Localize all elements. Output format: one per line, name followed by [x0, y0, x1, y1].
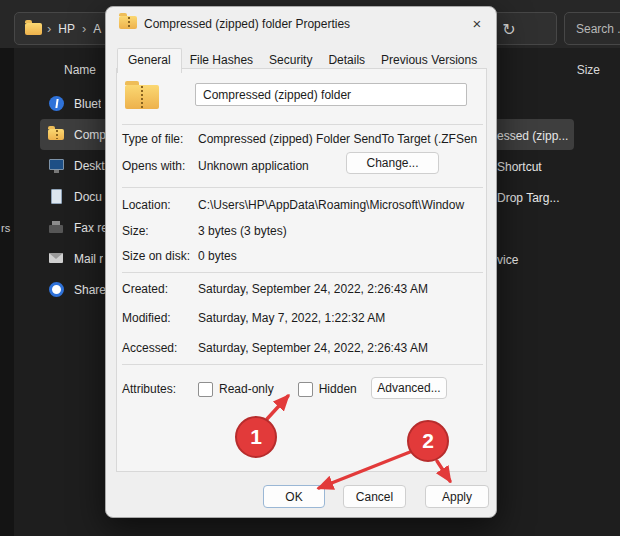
row-text-fragment: vice [497, 253, 518, 267]
change-button[interactable]: Change... [346, 152, 439, 174]
row-text-fragment: Drop Targ... [497, 191, 559, 205]
file-row-label: Bluet [74, 97, 101, 111]
search-box[interactable]: Search ... [564, 12, 620, 45]
column-header-size[interactable]: Size [577, 63, 600, 77]
search-placeholder: Search ... [576, 22, 620, 36]
attributes-label: Attributes: [122, 382, 198, 396]
file-row-label: Deskt [74, 159, 105, 173]
file-row-label: Comp [74, 128, 106, 142]
zipped-folder-icon [119, 16, 137, 29]
created-label: Created: [122, 282, 198, 296]
divider [122, 187, 483, 188]
general-tab-page: Type of file: Compressed (zipped) Folder… [116, 68, 487, 472]
read-only-label: Read-only [219, 382, 274, 396]
size-on-disk-label: Size on disk: [122, 249, 198, 263]
file-row-label: Fax re [74, 221, 108, 235]
tab-details[interactable]: Details [320, 50, 373, 72]
divider [122, 364, 483, 365]
size-value: 3 bytes (3 bytes) [198, 224, 480, 238]
location-value: C:\Users\HP\AppData\Roaming\Microsoft\Wi… [198, 198, 480, 212]
tab-general[interactable]: General [117, 48, 182, 73]
nav-pane-edge: rs [0, 48, 14, 536]
hidden-label: Hidden [319, 382, 357, 396]
document-icon [48, 188, 65, 205]
location-label: Location: [122, 198, 198, 212]
properties-dialog: Compressed (zipped) folder Properties × … [105, 6, 497, 518]
zipped-folder-icon-large [125, 85, 159, 109]
fax-icon [48, 219, 65, 236]
tab-security[interactable]: Security [261, 50, 320, 72]
type-of-file-value: Compressed (zipped) Folder SendTo Target… [198, 132, 480, 146]
ok-button[interactable]: OK [263, 485, 325, 508]
advanced-button[interactable]: Advanced... [371, 377, 447, 399]
type-of-file-label: Type of file: [122, 132, 198, 146]
mail-icon [48, 250, 65, 267]
divider [122, 124, 483, 125]
size-label: Size: [122, 224, 198, 238]
folder-icon [25, 23, 42, 35]
file-name-input[interactable] [195, 83, 467, 106]
zipped-folder-icon [48, 126, 65, 143]
hidden-checkbox[interactable] [298, 382, 313, 397]
sharex-icon [48, 281, 65, 298]
tab-file-hashes[interactable]: File Hashes [182, 50, 261, 72]
divider [122, 272, 483, 273]
dialog-title: Compressed (zipped) folder Properties [144, 17, 350, 31]
read-only-checkbox[interactable] [198, 382, 213, 397]
file-row-label: Mail r [74, 252, 103, 266]
modified-label: Modified: [122, 311, 198, 325]
close-icon[interactable]: × [464, 12, 490, 35]
file-row-label: Docu [74, 190, 102, 204]
modified-value: Saturday, May 7, 2022, 1:22:32 AM [198, 311, 480, 325]
nav-pane-fragment: rs [1, 222, 10, 234]
created-value: Saturday, September 24, 2022, 2:26:43 AM [198, 282, 480, 296]
bluetooth-icon [48, 95, 65, 112]
breadcrumb-item-hp[interactable]: HP [52, 22, 81, 36]
apply-button[interactable]: Apply [425, 485, 489, 508]
refresh-button[interactable]: ↻ [496, 16, 522, 42]
column-header-name[interactable]: Name [64, 63, 96, 77]
cancel-button[interactable]: Cancel [343, 485, 406, 508]
screen: › HP › A ↻ Search ... Name Size Bluet Co… [0, 0, 620, 536]
tab-previous-versions[interactable]: Previous Versions [373, 50, 485, 72]
desktop-icon [48, 157, 65, 174]
row-text-fragment: essed (zipp... [497, 129, 568, 143]
size-on-disk-value: 0 bytes [198, 249, 480, 263]
accessed-label: Accessed: [122, 341, 198, 355]
accessed-value: Saturday, September 24, 2022, 2:26:43 AM [198, 341, 480, 355]
tab-strip: General File Hashes Security Details Pre… [117, 48, 485, 72]
opens-with-label: Opens with: [122, 159, 198, 173]
row-text-fragment: Shortcut [497, 160, 542, 174]
